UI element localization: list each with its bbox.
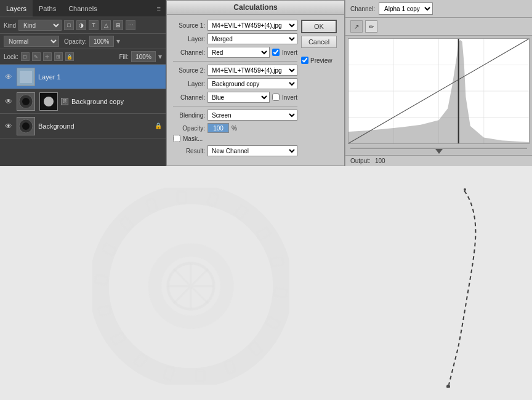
- filter-shape-icon[interactable]: △: [101, 20, 111, 30]
- layer-name-background: Background: [38, 122, 151, 130]
- eye-icon-bgcopy[interactable]: 👁: [4, 97, 14, 106]
- fill-input[interactable]: [131, 51, 156, 62]
- svg-point-41: [446, 385, 450, 388]
- channel2-row: Channel: Blue Invert: [173, 92, 297, 103]
- preview-checkbox[interactable]: [301, 57, 308, 64]
- invert2-checkbox[interactable]: [272, 94, 280, 101]
- eye-icon-layer1[interactable]: 👁: [4, 72, 14, 82]
- layer-item-bgcopy[interactable]: 👁 ⛓ Background copy: [0, 89, 166, 114]
- channel2-label: Channel:: [173, 94, 205, 101]
- kind-select[interactable]: Kind: [18, 20, 62, 31]
- opacity-arrow[interactable]: ▾: [116, 37, 120, 46]
- invert1-label: Invert: [282, 49, 297, 56]
- filter-type-icon[interactable]: T: [89, 20, 99, 30]
- source1-select[interactable]: M4+EVIL+TW459+(4).jpg: [208, 20, 297, 31]
- output-value: 100: [375, 158, 385, 164]
- lock-artboard-icon[interactable]: ⊞: [54, 52, 63, 61]
- curves-pencil-tool[interactable]: ✏: [365, 20, 377, 33]
- lock-row: Lock: ⊡ ✎ ✛ ⊞ 🔒 Fill: ▾: [0, 49, 166, 65]
- tire-area: [74, 178, 308, 394]
- fill-arrow[interactable]: ▾: [158, 52, 162, 61]
- curves-point-tool[interactable]: ↗: [350, 20, 363, 33]
- layers-tabs: Layers Paths Channels ≡: [0, 0, 166, 17]
- lock-all-icon[interactable]: 🔒: [65, 52, 74, 61]
- source2-select[interactable]: M4+EVIL+TW459+(4).jpg: [208, 65, 297, 76]
- channel-label: Channel:: [350, 6, 375, 12]
- source1-label: Source 1:: [173, 22, 205, 29]
- eye-icon-background[interactable]: 👁: [4, 121, 14, 131]
- svg-rect-1: [20, 71, 32, 83]
- layer2-label: Layer:: [173, 81, 205, 87]
- cancel-button[interactable]: Cancel: [301, 36, 337, 48]
- fill-label: Fill:: [119, 54, 129, 60]
- lock-move-icon[interactable]: ✛: [43, 52, 52, 61]
- lock-paint-icon[interactable]: ✎: [32, 52, 41, 61]
- svg-point-5: [44, 97, 54, 106]
- layer-name-layer1: Layer 1: [38, 73, 162, 81]
- invert2-label: Invert: [282, 94, 297, 101]
- layer-item-layer1[interactable]: 👁 Layer 1: [0, 65, 166, 89]
- selection-curve-svg: [421, 185, 495, 388]
- gradient-triangle[interactable]: [435, 149, 443, 154]
- filter-pixel-icon[interactable]: □: [64, 20, 74, 30]
- tab-channels[interactable]: Channels: [62, 0, 103, 17]
- svg-point-3: [22, 98, 30, 105]
- layer1-row: Layer: Merged: [173, 33, 297, 44]
- filter-adjust-icon[interactable]: ◑: [76, 20, 86, 30]
- invert1-checkbox[interactable]: [272, 49, 280, 56]
- lock-transparent-icon[interactable]: ⊡: [21, 52, 30, 61]
- channels-header: Channel: Alpha 1 copy: [345, 0, 532, 18]
- opacity-row: Opacity: %: [173, 123, 297, 133]
- lock-icon-background: 🔒: [155, 122, 162, 129]
- layer-mask-bgcopy: [39, 92, 58, 111]
- selection-curve: [421, 185, 495, 388]
- layers-panel: Layers Paths Channels ≡ Kind Kind □ ◑ T …: [0, 0, 166, 166]
- link-icon-bgcopy: ⛓: [61, 98, 68, 105]
- curves-area[interactable]: [348, 38, 530, 144]
- source1-row: Source 1: M4+EVIL+TW459+(4).jpg: [173, 20, 297, 31]
- opacity-dialog-label: Opacity:: [173, 125, 205, 132]
- tab-paths[interactable]: Paths: [33, 0, 62, 17]
- blend-row: Normal Opacity: ▾: [0, 34, 166, 49]
- dialog-buttons: OK Cancel Preview: [301, 20, 338, 156]
- opacity-label: Opacity:: [64, 38, 87, 45]
- dialog-title: Calculations: [167, 1, 344, 15]
- layer2-row: Layer: Background copy: [173, 78, 297, 89]
- ok-button[interactable]: OK: [301, 20, 337, 33]
- mask-checkbox[interactable]: [173, 135, 180, 142]
- output-row: Output: 100: [345, 155, 532, 166]
- preview-row: Preview: [301, 57, 338, 64]
- filter-smart-icon[interactable]: ⊞: [113, 20, 123, 30]
- svg-point-42: [464, 188, 466, 191]
- layer1-select[interactable]: Merged: [208, 33, 297, 44]
- blending-select[interactable]: Screen: [208, 110, 297, 121]
- channel-select[interactable]: Alpha 1 copy: [379, 2, 433, 15]
- kind-label: Kind: [4, 22, 16, 29]
- calculations-dialog: Calculations Source 1: M4+EVIL+TW459+(4)…: [166, 0, 345, 166]
- channels-tools: ↗ ✏: [345, 18, 532, 36]
- mask-label: Mask...: [183, 135, 203, 142]
- opacity-input[interactable]: [89, 36, 114, 47]
- dialog-body: Source 1: M4+EVIL+TW459+(4).jpg Layer: M…: [167, 15, 344, 161]
- filter-more-icon[interactable]: ⋯: [126, 20, 135, 30]
- blend-mode-select[interactable]: Normal: [4, 36, 59, 47]
- layer-thumbnail-bgcopy: [17, 92, 35, 111]
- tire-image: [92, 188, 289, 385]
- layers-menu-icon[interactable]: ≡: [152, 5, 166, 12]
- channel2-select[interactable]: Blue: [208, 92, 270, 103]
- percent-label: %: [232, 125, 237, 132]
- opacity-dialog-input[interactable]: [208, 123, 229, 133]
- channel1-select[interactable]: Red: [208, 47, 270, 58]
- channels-panel: Channel: Alpha 1 copy ↗ ✏: [345, 0, 532, 166]
- layer2-select[interactable]: Background copy: [208, 78, 297, 89]
- layers-toolbar: Kind Kind □ ◑ T △ ⊞ ⋯: [0, 17, 166, 34]
- layer-thumbnail-layer1: [17, 68, 35, 86]
- source2-label: Source 2:: [173, 67, 205, 74]
- layer1-label: Layer:: [173, 36, 205, 42]
- source2-row: Source 2: M4+EVIL+TW459+(4).jpg: [173, 65, 297, 76]
- tab-layers[interactable]: Layers: [0, 0, 33, 17]
- result-select[interactable]: New Channel: [208, 145, 297, 156]
- layer-item-background[interactable]: 👁 Background 🔒: [0, 114, 166, 138]
- blending-label: Blending:: [173, 112, 205, 119]
- mask-row: Mask...: [173, 135, 297, 142]
